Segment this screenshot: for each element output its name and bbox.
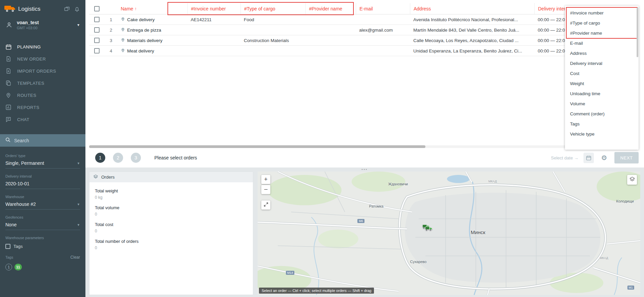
summary-item: Total volume0 bbox=[95, 205, 248, 217]
sidebar-item-label: CHAT bbox=[17, 117, 29, 122]
sidebar-item-reports[interactable]: REPORTS bbox=[0, 101, 85, 113]
panel-divider: ••• bbox=[85, 168, 644, 172]
select-date-label[interactable]: Select date → bbox=[551, 155, 578, 160]
orders-type-value: Single, Permanent bbox=[5, 160, 44, 166]
step-1[interactable]: 1 bbox=[95, 153, 105, 163]
column-menu-item-e-mail[interactable]: E-mail bbox=[565, 38, 639, 48]
column-menu-item-weight[interactable]: Weight bbox=[565, 78, 639, 88]
row-index: 3 bbox=[105, 38, 117, 43]
column-menu-item-delivery-interval[interactable]: Delivery interval bbox=[565, 58, 639, 68]
column-menu-item-cost[interactable]: Cost bbox=[565, 68, 639, 78]
column-menu-item-volume[interactable]: Volume bbox=[565, 99, 639, 109]
order-row[interactable]: 3Materials deliveryConstruction Material… bbox=[89, 35, 578, 46]
horizontal-scrollbar[interactable] bbox=[89, 145, 575, 148]
column-menu-item-comment-order[interactable]: Comment (order) bbox=[565, 109, 639, 119]
step-3[interactable]: 3 bbox=[131, 153, 141, 163]
column-menu-item-address[interactable]: Address bbox=[565, 48, 639, 58]
order-email: alex@gmail.com bbox=[356, 28, 410, 33]
tag-badge[interactable]: 1 bbox=[5, 264, 12, 270]
column-menu-item-tags[interactable]: Tags bbox=[565, 119, 639, 129]
summary-label: Total weight bbox=[95, 188, 248, 193]
sidebar-nav: PLANNINGNEW ORDERIMPORT ORDERSTEMPLATESR… bbox=[0, 41, 85, 125]
summary-label: Total volume bbox=[95, 205, 248, 210]
column-header-address[interactable]: Address bbox=[410, 3, 534, 14]
sidebar-item-import-orders[interactable]: IMPORT ORDERS bbox=[0, 65, 85, 77]
orders-type-select[interactable]: Single, Permanent ▾ bbox=[5, 158, 80, 169]
column-header-e-mail[interactable]: E-mail bbox=[356, 3, 410, 14]
notifications-bell-icon[interactable] bbox=[73, 5, 81, 13]
geofences-value: None bbox=[5, 222, 16, 227]
column-menu-item-invoice-number[interactable]: #Invoice number bbox=[565, 8, 639, 18]
delivery-interval-field[interactable]: 2020-10-01 bbox=[5, 178, 80, 189]
next-button[interactable]: NEXT bbox=[614, 152, 639, 163]
order-row[interactable]: 2Entrega de pizzaalex@gmail.comMartín Me… bbox=[89, 25, 578, 35]
orders-type-label: Orders' type bbox=[5, 154, 80, 158]
tags-checkbox-row[interactable]: Tags bbox=[5, 244, 80, 249]
search-icon bbox=[5, 137, 11, 144]
chevron-down-icon: ▾ bbox=[77, 23, 79, 27]
file-plus-icon bbox=[5, 55, 12, 63]
column-header-name[interactable]: Name↑ bbox=[117, 3, 187, 14]
menu-scrollbar-thumb[interactable] bbox=[637, 7, 638, 57]
table-header-row: Name↑#Invoice number#Type of cargo#Provi… bbox=[89, 3, 578, 14]
map-layers-icon bbox=[629, 176, 635, 184]
order-address: Martín Mendalde 843, Del Valle Centro, B… bbox=[410, 28, 534, 33]
row-checkbox[interactable] bbox=[94, 27, 100, 33]
order-type-of-cargo: Construction Materials bbox=[240, 38, 305, 43]
row-index: 1 bbox=[105, 17, 117, 22]
settings-gear-button[interactable]: ⚙ bbox=[599, 153, 609, 163]
column-header-type-of-cargo[interactable]: #Type of cargo bbox=[240, 3, 305, 14]
tag-badge[interactable]: 11 bbox=[14, 264, 22, 270]
sidebar-item-label: PLANNING bbox=[17, 44, 41, 49]
user-menu[interactable]: voan_test GMT +03:00 ▾ bbox=[0, 16, 85, 31]
sidebar-item-new-order[interactable]: NEW ORDER bbox=[0, 53, 85, 65]
column-menu-item-unloading-time[interactable]: Unloading time bbox=[565, 88, 639, 99]
row-index: 4 bbox=[105, 48, 117, 53]
row-checkbox[interactable] bbox=[94, 38, 100, 43]
order-row[interactable]: 1Cake deliveryAE142211FoodAvenida Instit… bbox=[89, 14, 578, 25]
order-row[interactable]: 4Meat deliveryUnidad Esperanza, La Esper… bbox=[89, 46, 578, 56]
fullscreen-button[interactable] bbox=[261, 200, 270, 210]
order-name: Meat delivery bbox=[127, 48, 154, 53]
column-menu-item-provider-name[interactable]: #Provider name bbox=[565, 28, 639, 38]
warehouse-select[interactable]: Warehouse #2 ▾ bbox=[5, 199, 80, 210]
order-type-of-cargo: Food bbox=[240, 17, 305, 22]
select-all-checkbox[interactable] bbox=[94, 6, 100, 11]
row-checkbox[interactable] bbox=[94, 48, 100, 53]
geofences-select[interactable]: None ▾ bbox=[5, 219, 80, 230]
column-header-invoice-number[interactable]: #Invoice number bbox=[187, 3, 240, 14]
column-header-provider-name[interactable]: #Provider name bbox=[305, 3, 356, 14]
sidebar-item-label: IMPORT ORDERS bbox=[17, 69, 56, 74]
map[interactable]: МинскЖдановичиРатомкаКолодищиСухаревоМКА… bbox=[258, 172, 640, 295]
map-layers-button[interactable] bbox=[627, 175, 637, 185]
step-2[interactable]: 2 bbox=[113, 153, 123, 163]
column-menu-item-type-of-cargo[interactable]: #Type of cargo bbox=[565, 18, 639, 28]
order-truck-marker[interactable] bbox=[425, 226, 432, 232]
zoom-out-button[interactable]: − bbox=[261, 185, 270, 194]
sidebar-item-planning[interactable]: PLANNING bbox=[0, 41, 85, 53]
zoom-in-button[interactable]: + bbox=[261, 175, 270, 184]
location-pin-icon bbox=[121, 16, 125, 23]
row-checkbox[interactable] bbox=[94, 17, 100, 22]
open-window-icon[interactable] bbox=[63, 5, 71, 13]
sidebar-item-routes[interactable]: ROUTES bbox=[0, 89, 85, 101]
orders-summary-panel: Orders Total weight0 kgTotal volume0Tota… bbox=[89, 172, 253, 295]
sidebar-item-chat[interactable]: CHAT bbox=[0, 113, 85, 125]
stepper-bar: 123 Please select orders Select date → ⚙… bbox=[85, 148, 644, 168]
summary-value: 0 bbox=[95, 212, 248, 217]
column-header-label: Name bbox=[121, 6, 133, 11]
drag-handle-icon[interactable]: ••• bbox=[362, 168, 368, 171]
search-bar[interactable]: Search bbox=[0, 134, 85, 147]
column-header-label: Address bbox=[414, 6, 431, 11]
calendar-button[interactable] bbox=[583, 153, 594, 163]
layers-icon bbox=[93, 174, 98, 180]
tags-checkbox[interactable] bbox=[5, 244, 10, 249]
column-menu-item-vehicle-type[interactable]: Vehicle type bbox=[565, 129, 639, 139]
tags-section: Tags Clear bbox=[5, 255, 80, 260]
tags-clear-button[interactable]: Clear bbox=[70, 255, 80, 260]
column-header-label: #Provider name bbox=[309, 6, 342, 11]
geofences-label: Geofences bbox=[5, 215, 80, 219]
copy-icon bbox=[5, 79, 12, 87]
sidebar-item-templates[interactable]: TEMPLATES bbox=[0, 77, 85, 89]
horizontal-scrollbar-thumb[interactable] bbox=[89, 145, 425, 148]
